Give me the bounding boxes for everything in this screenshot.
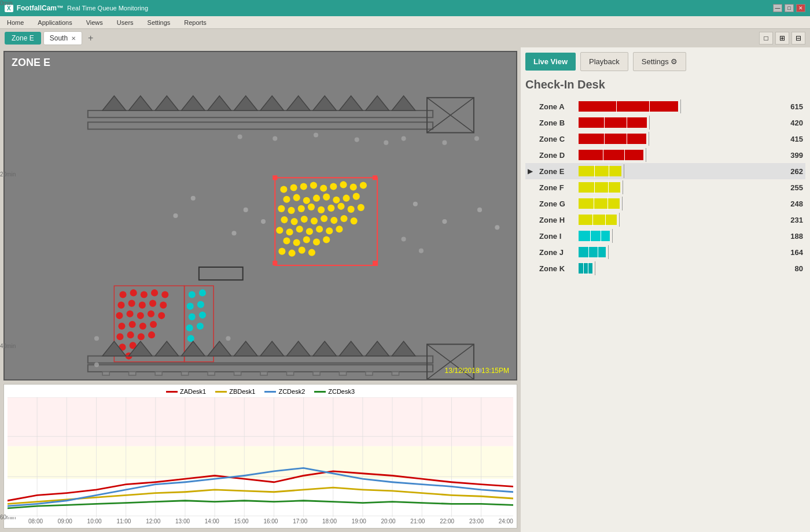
zone-name-label: Zone E: [539, 167, 574, 176]
menu-settings[interactable]: Settings: [145, 18, 173, 27]
svg-point-99: [128, 300, 135, 307]
zone-name-label: Zone G: [539, 200, 574, 208]
single-view-button[interactable]: □: [759, 32, 773, 45]
menu-reports[interactable]: Reports: [182, 18, 209, 27]
zone-row[interactable]: ▶Zone E262: [525, 163, 805, 179]
svg-point-67: [296, 226, 303, 232]
zone-count-value: 164: [780, 248, 803, 257]
settings-button[interactable]: Settings ⚙: [633, 52, 687, 71]
legend-label-1: ZADesk1: [180, 388, 206, 395]
svg-point-74: [303, 236, 310, 243]
svg-point-79: [299, 247, 305, 254]
zone-count-value: 80: [780, 264, 803, 273]
zone-name-label: Zone D: [539, 151, 574, 160]
zone-bar-container: [579, 231, 775, 241]
menu-applications[interactable]: Applications: [35, 18, 74, 27]
zone-row[interactable]: Zone G248: [525, 195, 805, 212]
svg-point-51: [308, 204, 315, 210]
svg-rect-163: [8, 397, 513, 446]
svg-point-125: [186, 324, 193, 331]
south-tab[interactable]: South ✕: [43, 31, 82, 45]
svg-point-111: [150, 321, 157, 328]
svg-point-86: [413, 202, 418, 206]
svg-point-109: [129, 321, 136, 328]
legend-color-1: [166, 391, 178, 393]
zone-bar: [579, 100, 678, 113]
minimize-button[interactable]: —: [773, 4, 782, 12]
svg-point-120: [199, 289, 206, 296]
grid-view-button[interactable]: ⊞: [775, 32, 789, 45]
zone-bar: [579, 116, 647, 129]
section-title: Check-In Desk: [525, 78, 805, 91]
threshold-line: [624, 164, 624, 178]
zone-row[interactable]: Zone J164: [525, 244, 805, 260]
south-tab-label: South: [50, 34, 68, 42]
playback-button[interactable]: Playback: [580, 52, 628, 71]
svg-point-44: [323, 194, 330, 201]
zone-label: ZONE E: [12, 57, 50, 69]
x-label-13: 21:00: [410, 518, 425, 524]
bar-segment: [617, 101, 649, 112]
x-label-7: 15:00: [234, 518, 249, 524]
svg-point-130: [402, 237, 406, 241]
live-view-button[interactable]: Live View: [525, 53, 576, 71]
zone-row[interactable]: Zone K80: [525, 260, 805, 276]
zone-bar-container: [579, 117, 775, 128]
bar-segment: [579, 215, 592, 225]
bar-segment: [579, 263, 583, 274]
menu-views[interactable]: Views: [84, 18, 105, 27]
legend-label-2: ZBDesk1: [229, 388, 255, 395]
threshold-line: [595, 261, 595, 275]
zone-row[interactable]: Zone B420: [525, 114, 805, 131]
svg-point-131: [419, 249, 424, 253]
zone-row[interactable]: Zone I188: [525, 228, 805, 244]
svg-point-58: [291, 218, 298, 225]
zone-count-value: 415: [780, 135, 803, 143]
maximize-button[interactable]: □: [785, 4, 794, 12]
y-label-40: 40min: [0, 343, 19, 349]
menu-users[interactable]: Users: [115, 18, 136, 27]
bar-segment: [595, 166, 609, 176]
svg-point-60: [311, 217, 318, 224]
svg-rect-147: [129, 372, 136, 375]
bar-segment: [606, 215, 617, 225]
svg-point-115: [148, 331, 155, 338]
bar-segment: [609, 166, 621, 176]
svg-point-84: [244, 208, 248, 212]
zone-row[interactable]: Zone H231: [525, 212, 805, 228]
svg-point-32: [290, 184, 297, 191]
zone-row[interactable]: Zone A615: [525, 98, 805, 114]
zone-bar: [579, 262, 592, 275]
svg-point-34: [310, 182, 317, 189]
legend-item-1: ZADesk1: [166, 388, 206, 395]
svg-point-98: [117, 302, 124, 309]
zone-row[interactable]: Zone F255: [525, 179, 805, 195]
svg-point-31: [280, 186, 287, 193]
svg-point-50: [298, 205, 305, 212]
svg-point-70: [326, 227, 333, 234]
list-view-button[interactable]: ⊟: [791, 32, 805, 45]
bar-segment: [598, 247, 606, 257]
svg-point-65: [276, 227, 283, 234]
svg-point-129: [226, 336, 230, 341]
bar-segment: [579, 231, 590, 241]
svg-point-63: [340, 215, 347, 222]
legend-item-2: ZBDesk1: [215, 388, 255, 395]
svg-rect-29: [273, 261, 277, 265]
x-label-3: 11:00: [116, 518, 131, 524]
svg-point-88: [477, 208, 482, 212]
close-button[interactable]: ✕: [796, 4, 805, 12]
svg-point-87: [442, 219, 447, 224]
svg-point-162: [94, 363, 99, 367]
zone-row[interactable]: Zone D399: [525, 147, 805, 163]
add-tab-button[interactable]: +: [84, 33, 97, 43]
svg-point-104: [127, 311, 134, 317]
svg-rect-157: [392, 372, 399, 375]
svg-point-71: [336, 226, 343, 232]
bar-segment: [625, 150, 643, 160]
south-tab-close[interactable]: ✕: [71, 35, 76, 42]
threshold-line: [608, 245, 609, 259]
threshold-line: [646, 148, 646, 162]
timestamp: 13/12/2018 13:15PM: [445, 367, 509, 375]
zone-row[interactable]: Zone C415: [525, 131, 805, 147]
